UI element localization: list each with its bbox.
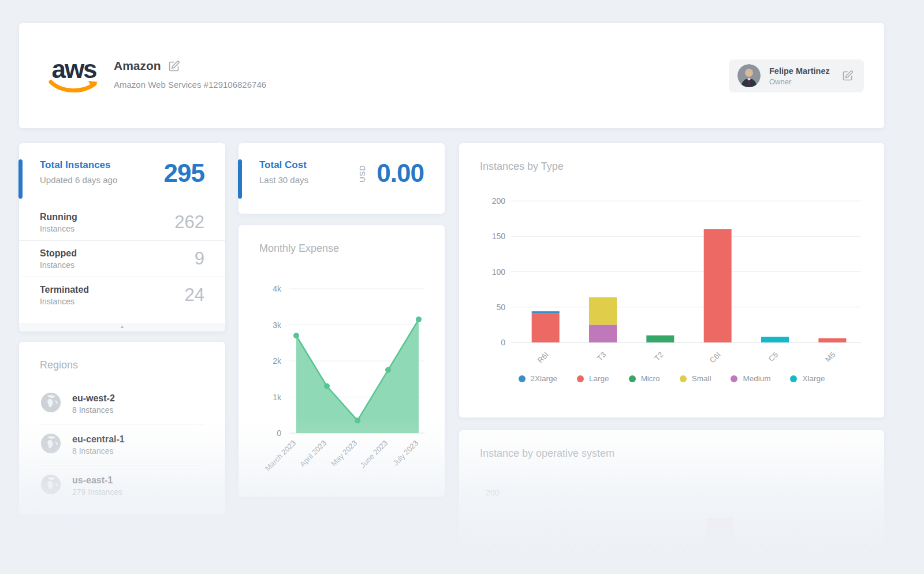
instance-status-row: StoppedInstances9 bbox=[19, 240, 225, 277]
instances-by-type-chart: 050100150200R6IT3T2C6IC5M5 bbox=[471, 178, 873, 368]
legend-item-small[interactable]: Small bbox=[680, 374, 711, 383]
region-list-item[interactable]: us-east-1279 Instances bbox=[40, 465, 204, 506]
avatar bbox=[737, 64, 761, 87]
globe-icon bbox=[40, 392, 62, 416]
legend-dot bbox=[680, 375, 687, 382]
monthly-expense-card: Monthly Expense 01k2k3k4kMarch 2023April… bbox=[239, 225, 445, 497]
legend-dot bbox=[577, 375, 584, 382]
total-instances-card: Total Instances Updated 6 days ago 295 R… bbox=[19, 143, 225, 331]
x-tick-label: April 2023 bbox=[298, 439, 328, 469]
legend-label: Xlarge bbox=[802, 374, 825, 383]
total-cost-title: Total Cost bbox=[259, 159, 308, 171]
aws-logo: aws bbox=[48, 57, 100, 95]
currency-label: USD bbox=[358, 165, 367, 182]
legend-item-micro[interactable]: Micro bbox=[629, 374, 660, 383]
total-instances-value: 295 bbox=[164, 159, 204, 187]
region-instance-count: 8 Instances bbox=[72, 405, 115, 415]
total-instances-title: Total Instances bbox=[40, 159, 117, 171]
y-tick-label: 4k bbox=[273, 284, 282, 293]
owner-name: Felipe Martinez bbox=[769, 66, 839, 76]
total-cost-card: Total Cost Last 30 days USD 0.00 bbox=[239, 143, 445, 214]
instances-by-type-title: Instances by Type bbox=[480, 161, 564, 173]
y-tick-label: 3k bbox=[273, 320, 282, 330]
total-cost-value: 0.00 bbox=[377, 159, 424, 187]
status-label: Running bbox=[40, 212, 77, 222]
y-tick-label: 50 bbox=[496, 303, 505, 312]
region-list-item[interactable]: eu-west-28 Instances bbox=[40, 383, 204, 424]
status-sublabel: Instances bbox=[40, 297, 89, 306]
y-tick-label: 1k bbox=[273, 393, 282, 402]
status-label: Stopped bbox=[40, 248, 77, 259]
bar-segment-medium bbox=[589, 325, 617, 342]
data-point bbox=[293, 333, 299, 338]
aws-logo-text: aws bbox=[51, 55, 96, 83]
status-label: Terminated bbox=[40, 285, 89, 295]
x-tick-label: C5 bbox=[767, 351, 780, 363]
x-tick-label: C6I bbox=[708, 351, 722, 365]
os-chart-faint-bar bbox=[706, 518, 733, 569]
x-tick-label: March 2023 bbox=[263, 439, 297, 473]
data-point bbox=[324, 383, 330, 389]
globe-icon bbox=[40, 474, 62, 498]
total-instances-updated: Updated 6 days ago bbox=[40, 175, 117, 185]
legend-item-xlarge[interactable]: Xlarge bbox=[790, 374, 825, 383]
region-name: eu-central-1 bbox=[72, 434, 125, 445]
bar-segment-2xlarge bbox=[532, 311, 560, 314]
y-tick-label: 150 bbox=[492, 232, 506, 241]
y-tick-label: 0 bbox=[501, 338, 505, 347]
status-value: 24 bbox=[185, 285, 204, 305]
y-tick-label: 0 bbox=[277, 428, 281, 438]
owner-chip: Felipe Martinez Owner bbox=[729, 59, 864, 92]
status-value: 9 bbox=[195, 248, 204, 269]
globe-icon bbox=[40, 433, 62, 457]
collapse-caret-icon[interactable]: ▲ bbox=[19, 323, 225, 331]
legend-dot bbox=[519, 375, 526, 382]
regions-title: Regions bbox=[40, 359, 78, 371]
y-tick-label: 200 bbox=[492, 196, 506, 206]
bar-segment-large bbox=[704, 229, 732, 342]
account-subtitle: Amazon Web Services #129106826746 bbox=[114, 80, 266, 90]
bar-segment-xlarge bbox=[761, 337, 789, 342]
y-tick-label: 100 bbox=[492, 267, 506, 277]
edit-owner-icon[interactable] bbox=[842, 70, 854, 81]
status-sublabel: Instances bbox=[40, 260, 77, 270]
os-chart-ytick: 200 bbox=[486, 488, 499, 497]
legend-label: 2Xlarge bbox=[531, 374, 558, 383]
region-instance-count: 8 Instances bbox=[72, 446, 125, 456]
chart-legend: 2XlargeLargeMicroSmallMediumXlarge bbox=[459, 374, 884, 383]
legend-item-2xlarge[interactable]: 2Xlarge bbox=[519, 374, 558, 383]
y-tick-label: 2k bbox=[273, 356, 282, 366]
instances-by-type-card: Instances by Type 050100150200R6IT3T2C6I… bbox=[459, 143, 884, 418]
monthly-expense-chart: 01k2k3k4kMarch 2023April 2023May 2023Jun… bbox=[244, 271, 439, 479]
region-name: eu-west-2 bbox=[72, 393, 115, 404]
legend-label: Medium bbox=[743, 374, 770, 383]
status-value: 262 bbox=[174, 212, 204, 233]
x-tick-label: T3 bbox=[595, 351, 608, 363]
instance-by-os-card: Instance by operative system 200 bbox=[459, 430, 884, 569]
edit-account-icon[interactable] bbox=[168, 60, 180, 72]
legend-dot bbox=[629, 375, 636, 382]
bar-segment-large bbox=[532, 314, 560, 342]
bar-segment-large bbox=[818, 338, 846, 342]
owner-role: Owner bbox=[769, 77, 791, 86]
data-point bbox=[355, 418, 360, 423]
region-list-item[interactable]: eu-central-18 Instances bbox=[40, 424, 204, 465]
x-tick-label: R6I bbox=[536, 351, 550, 365]
legend-dot bbox=[731, 375, 737, 382]
instance-status-row: TerminatedInstances24 bbox=[19, 277, 225, 313]
total-cost-period: Last 30 days bbox=[259, 175, 308, 185]
legend-dot bbox=[790, 375, 797, 382]
legend-item-medium[interactable]: Medium bbox=[731, 374, 770, 383]
x-tick-label: June 2023 bbox=[359, 439, 390, 470]
legend-label: Micro bbox=[641, 374, 660, 383]
x-tick-label: July 2023 bbox=[391, 439, 420, 468]
region-instance-count: 279 Instances bbox=[72, 487, 122, 497]
status-sublabel: Instances bbox=[40, 224, 77, 233]
legend-item-large[interactable]: Large bbox=[577, 374, 609, 383]
data-point bbox=[385, 367, 391, 373]
region-name: us-east-1 bbox=[72, 475, 122, 486]
legend-label: Small bbox=[692, 374, 711, 383]
x-tick-label: M5 bbox=[824, 351, 837, 364]
instance-status-rows: RunningInstances262StoppedInstances9Term… bbox=[19, 204, 225, 313]
regions-card: Regions eu-west-28 Instanceseu-central-1… bbox=[19, 342, 225, 515]
